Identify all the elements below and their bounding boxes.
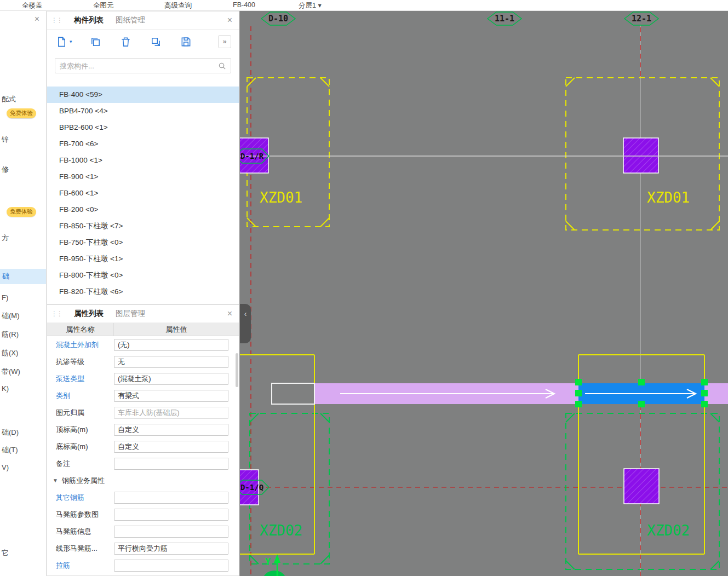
rail-item[interactable]: 带(W) xyxy=(2,367,20,377)
tab-component-list[interactable]: 构件列表 xyxy=(74,15,104,25)
property-value-input[interactable]: 自定义 xyxy=(114,441,228,453)
rail-item[interactable]: V) xyxy=(2,463,9,471)
toolbar-combo-2[interactable]: 全图元 xyxy=(93,1,114,10)
new-component-caret-icon[interactable]: ▾ xyxy=(70,39,72,44)
property-name-link[interactable]: 拉筋 xyxy=(47,561,114,571)
rail-close-icon[interactable]: × xyxy=(35,14,39,24)
component-item[interactable]: FB-750-下柱墩 <0> xyxy=(47,234,239,251)
property-value-input[interactable]: 平行横向受力筋 xyxy=(114,543,228,555)
drag-handle-icon[interactable]: ⋮⋮ xyxy=(51,310,62,318)
grid-bubble-d10[interactable]: D-10 xyxy=(261,12,295,25)
svg-text:D-1/R: D-1/R xyxy=(240,152,264,160)
tab-drawing-management[interactable]: 图纸管理 xyxy=(116,15,145,25)
search-input[interactable] xyxy=(60,62,218,70)
component-item[interactable]: FB-850-下柱墩 <7> xyxy=(47,218,239,234)
top-toolbar-strip: 全楼盖 全图元 高级查询 FB-400 分层1 ▾ xyxy=(0,0,728,11)
scrollbar-thumb[interactable] xyxy=(236,353,238,387)
toolbar-combo-3[interactable]: 高级查询 xyxy=(164,1,192,10)
property-value-input[interactable] xyxy=(114,458,228,470)
property-row: 图元归属 车库非人防(基础层) xyxy=(47,404,239,421)
tab-property-list[interactable]: 属性列表 xyxy=(74,309,104,319)
property-name: 马凳筋信息 xyxy=(47,527,114,537)
rail-item[interactable]: 修 xyxy=(2,165,9,175)
property-value-input[interactable] xyxy=(114,509,228,521)
property-value-input[interactable]: (混凝土泵) xyxy=(114,373,228,385)
component-list-panel: ⋮⋮ 构件列表 图纸管理 × ▾ » xyxy=(47,11,239,304)
rail-item[interactable]: 它 xyxy=(2,548,9,558)
beam-segment-outline[interactable] xyxy=(272,383,314,404)
rail-item[interactable]: F) xyxy=(2,293,8,302)
delete-component-icon[interactable] xyxy=(119,35,133,48)
rail-item[interactable]: 础(M) xyxy=(2,311,20,321)
component-item[interactable]: FB-400 <59> xyxy=(47,87,239,103)
cad-viewport[interactable]: D-10 11-1 12-1 D-1/R D-1/Q XZD01 XZD01 X… xyxy=(239,11,728,576)
rail-item[interactable]: 锌 xyxy=(2,135,9,145)
property-value-input[interactable]: 无 xyxy=(114,356,228,368)
rail-item[interactable]: 础(D) xyxy=(2,428,19,437)
component-item[interactable]: FB-1000 <1> xyxy=(47,152,239,169)
copy-to-layer-icon[interactable] xyxy=(150,35,163,48)
property-value-input[interactable]: 有梁式 xyxy=(114,390,228,402)
free-trial-badge[interactable]: 免费体验 xyxy=(7,207,36,217)
toolbar-combo-layer[interactable]: 分层1 ▾ xyxy=(299,1,322,10)
property-value-input[interactable] xyxy=(114,560,228,572)
column-xzd-purple[interactable] xyxy=(240,138,659,505)
copy-component-icon[interactable] xyxy=(89,35,102,48)
grid-bubble-11-1[interactable]: 11-1 xyxy=(488,12,521,25)
navigation-rail: × 配式 免费体验 锌 修 免费体验 方 础 F) 础(M) 筋(R) 筋(X)… xyxy=(0,11,47,576)
collapse-triangle-icon[interactable]: ▼ xyxy=(53,477,58,483)
property-row: 类别 有梁式 xyxy=(47,387,239,404)
component-item[interactable]: FB-900 <1> xyxy=(47,169,239,185)
property-row: 备注 xyxy=(47,455,239,472)
rail-item[interactable]: 础(T) xyxy=(2,445,18,455)
free-trial-badge[interactable]: 免费体验 xyxy=(7,108,36,118)
panel-close-icon[interactable]: × xyxy=(227,15,232,25)
new-component-icon[interactable] xyxy=(55,35,68,48)
component-item[interactable]: FB-700 <6> xyxy=(47,136,239,152)
toolbar-expand-icon[interactable]: » xyxy=(218,35,231,48)
xzd02-label-right: XZD02 xyxy=(647,522,690,539)
property-group-label: 钢筋业务属性 xyxy=(62,476,105,486)
rail-item[interactable]: 筋(X) xyxy=(2,348,18,358)
property-name-link[interactable]: 泵送类型 xyxy=(47,374,114,384)
property-value-input[interactable]: (无) xyxy=(114,339,228,351)
rail-item[interactable]: 方 xyxy=(2,233,9,243)
component-search[interactable] xyxy=(55,58,231,73)
component-item[interactable]: BPB4-700 <4> xyxy=(47,103,239,119)
grid-bubble-12-1[interactable]: 12-1 xyxy=(624,12,658,25)
rail-item-active[interactable]: 础 xyxy=(0,269,47,284)
property-value-input[interactable] xyxy=(114,526,228,538)
component-item[interactable]: BPB2-600 <1> xyxy=(47,119,239,136)
component-toolbar: ▾ » xyxy=(47,30,239,54)
component-item[interactable]: FB-200 <0> xyxy=(47,201,239,218)
property-row: 抗渗等级 无 xyxy=(47,353,239,370)
property-name: 顶标高(m) xyxy=(47,425,114,435)
property-value-readonly: 车库非人防(基础层) xyxy=(114,407,228,419)
panel-collapse-handle[interactable]: ‹ xyxy=(240,304,251,343)
properties-panel: ⋮⋮ 属性列表 图层管理 × 属性名称 属性值 混凝土外加剂 (无) 抗渗等级 … xyxy=(47,304,239,576)
tab-layer-management[interactable]: 图层管理 xyxy=(116,309,145,319)
property-row: 拉筋 xyxy=(47,557,239,574)
property-name-link[interactable]: 混凝土外加剂 xyxy=(47,340,114,350)
property-name-link[interactable]: 其它钢筋 xyxy=(47,493,114,503)
rail-item[interactable]: 配式 xyxy=(2,94,16,104)
component-item[interactable]: FB-820-下柱墩 <6> xyxy=(47,284,239,300)
property-row: 马凳筋信息 xyxy=(47,523,239,540)
property-name: 线形马凳筋... xyxy=(47,544,114,554)
property-value-input[interactable] xyxy=(114,492,228,504)
panel-close-icon[interactable]: × xyxy=(227,309,232,319)
property-row: 马凳筋参数图 xyxy=(47,506,239,523)
property-value-input[interactable]: 自定义 xyxy=(114,424,228,436)
component-item[interactable]: FB-800-下柱墩 <0> xyxy=(47,267,239,284)
property-name-link[interactable]: 类别 xyxy=(47,391,114,401)
component-item[interactable]: FB-600 <1> xyxy=(47,185,239,201)
component-item[interactable]: FB-950-下柱墩 <1> xyxy=(47,251,239,267)
property-group-row[interactable]: ▼ 钢筋业务属性 xyxy=(47,472,239,489)
beam-segment-lavender-right[interactable] xyxy=(704,383,728,404)
rail-item[interactable]: 筋(R) xyxy=(2,330,19,339)
rail-item[interactable]: K) xyxy=(2,384,9,393)
toolbar-combo-1[interactable]: 全楼盖 xyxy=(22,1,43,10)
save-component-icon[interactable] xyxy=(180,35,193,48)
drag-handle-icon[interactable]: ⋮⋮ xyxy=(51,16,62,24)
toolbar-combo-component[interactable]: FB-400 xyxy=(233,1,255,9)
